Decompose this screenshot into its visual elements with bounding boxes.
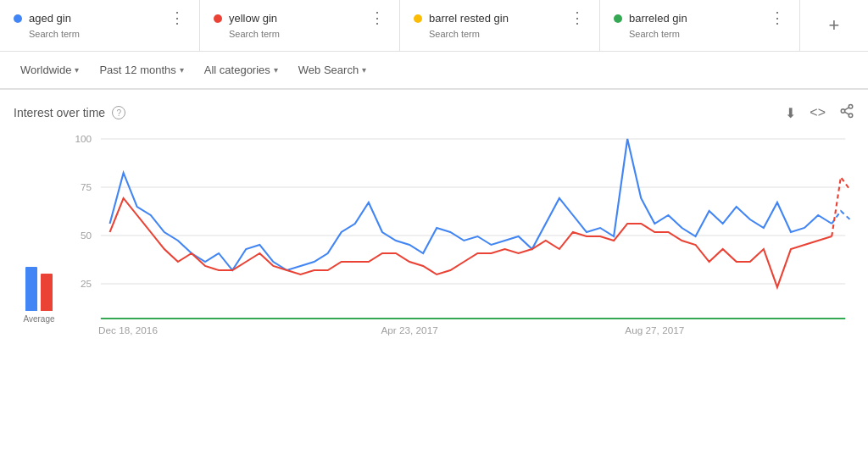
filter-region[interactable]: Worldwide ▾ bbox=[14, 60, 86, 80]
svg-text:75: 75 bbox=[81, 182, 92, 192]
filter-period[interactable]: Past 12 months ▾ bbox=[92, 60, 190, 80]
chart-title: Interest over time bbox=[14, 106, 105, 119]
dot-aged-gin bbox=[14, 14, 22, 23]
svg-line-4 bbox=[844, 108, 849, 110]
line-chart-area: 100 75 50 25 Dec 18, 2016 Apr 23, 2017 A… bbox=[64, 130, 854, 342]
chart-title-area: Interest over time ? bbox=[14, 106, 125, 119]
svg-text:Apr 23, 2017: Apr 23, 2017 bbox=[381, 325, 437, 335]
share-icon[interactable] bbox=[839, 103, 854, 122]
filter-period-label: Past 12 months bbox=[99, 64, 175, 76]
svg-text:50: 50 bbox=[81, 230, 92, 241]
menu-yellow-gin[interactable]: ⋮ bbox=[370, 10, 386, 25]
chevron-region-icon: ▾ bbox=[75, 65, 79, 75]
menu-barrel-rested-gin[interactable]: ⋮ bbox=[570, 10, 586, 25]
help-icon[interactable]: ? bbox=[112, 106, 125, 119]
line-yellow-gin bbox=[110, 198, 832, 287]
line-yellow-gin-dashed bbox=[832, 177, 849, 236]
dot-yellow-gin bbox=[214, 14, 222, 23]
filter-search-type-label: Web Search bbox=[298, 64, 359, 76]
dot-barreled-gin bbox=[614, 14, 622, 23]
chevron-period-icon: ▾ bbox=[180, 65, 184, 75]
add-search-term[interactable]: + bbox=[800, 0, 868, 51]
term-sub-aged-gin: Search term bbox=[14, 29, 186, 39]
svg-line-3 bbox=[844, 112, 849, 114]
svg-text:Dec 18, 2016: Dec 18, 2016 bbox=[98, 325, 158, 335]
search-term-yellow-gin: yellow gin ⋮ Search term bbox=[200, 0, 400, 51]
search-term-barrel-rested-gin: barrel rested gin ⋮ Search term bbox=[400, 0, 600, 51]
embed-icon[interactable]: <> bbox=[810, 105, 826, 120]
term-label-yellow-gin: yellow gin bbox=[229, 12, 277, 25]
download-icon[interactable]: ⬇ bbox=[785, 105, 796, 121]
filter-category[interactable]: All categories ▾ bbox=[198, 60, 285, 80]
search-term-aged-gin: aged gin ⋮ Search term bbox=[0, 0, 200, 51]
chart-actions: ⬇ <> bbox=[785, 103, 854, 122]
svg-text:100: 100 bbox=[75, 134, 92, 144]
svg-text:25: 25 bbox=[81, 279, 92, 289]
search-terms-bar: aged gin ⋮ Search term yellow gin ⋮ Sear… bbox=[0, 0, 868, 52]
chevron-search-type-icon: ▾ bbox=[362, 65, 366, 75]
chart-section: Interest over time ? ⬇ <> Average bbox=[0, 90, 868, 349]
term-label-aged-gin: aged gin bbox=[29, 12, 71, 25]
filter-search-type[interactable]: Web Search ▾ bbox=[292, 60, 373, 80]
avg-bar-blue bbox=[25, 267, 37, 311]
term-sub-barrel-rested-gin: Search term bbox=[414, 29, 586, 39]
chart-header: Interest over time ? ⬇ <> bbox=[14, 103, 854, 122]
dot-barrel-rested-gin bbox=[414, 14, 422, 23]
term-label-barrel-rested-gin: barrel rested gin bbox=[429, 12, 509, 25]
add-icon[interactable]: + bbox=[829, 14, 840, 36]
chevron-category-icon: ▾ bbox=[274, 65, 278, 75]
filter-region-label: Worldwide bbox=[20, 64, 71, 76]
term-sub-barreled-gin: Search term bbox=[614, 29, 786, 39]
chart-container: Average 100 75 50 25 Dec 18, 2016 Apr 23… bbox=[14, 130, 854, 349]
filter-category-label: All categories bbox=[204, 64, 270, 76]
menu-barreled-gin[interactable]: ⋮ bbox=[770, 10, 786, 25]
term-label-barreled-gin: barreled gin bbox=[629, 12, 687, 25]
menu-aged-gin[interactable]: ⋮ bbox=[170, 10, 186, 25]
term-sub-yellow-gin: Search term bbox=[214, 29, 386, 39]
avg-bar-red bbox=[41, 274, 53, 311]
avg-label: Average bbox=[23, 314, 54, 324]
avg-bar-area: Average bbox=[14, 130, 64, 342]
avg-bars bbox=[25, 260, 53, 311]
filters-bar: Worldwide ▾ Past 12 months ▾ All categor… bbox=[0, 52, 868, 90]
chart-svg: 100 75 50 25 Dec 18, 2016 Apr 23, 2017 A… bbox=[64, 130, 854, 342]
svg-text:Aug 27, 2017: Aug 27, 2017 bbox=[625, 325, 684, 335]
search-term-barreled-gin: barreled gin ⋮ Search term bbox=[600, 0, 800, 51]
